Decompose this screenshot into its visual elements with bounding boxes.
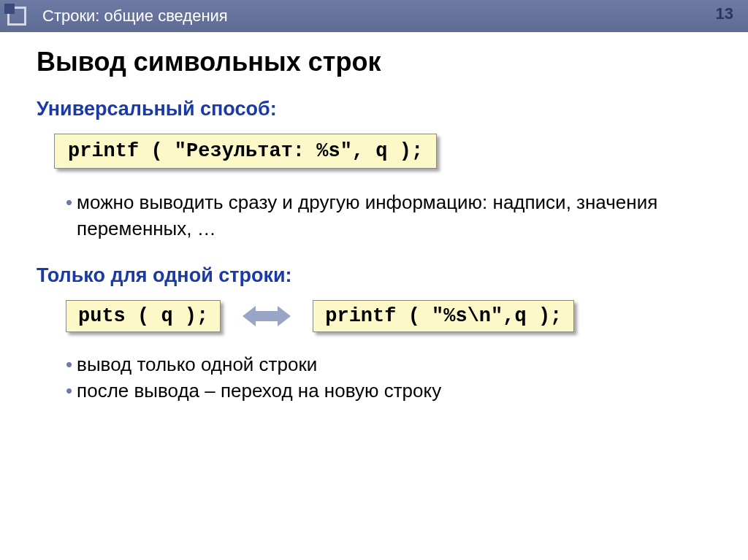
section2-title: Только для одной строки:	[37, 264, 711, 287]
list-item: • после вывода – переход на новую строку	[66, 377, 711, 404]
section1-bullets: • можно выводить сразу и другую информац…	[66, 189, 711, 242]
list-item: • можно выводить сразу и другую информац…	[66, 189, 711, 242]
list-item: • вывод только одной строки	[66, 351, 711, 377]
code-row: puts ( q ); printf ( "%s\n",q );	[66, 300, 711, 332]
bullet-icon: •	[66, 377, 72, 404]
page-number: 13	[716, 4, 733, 23]
slide-content: Вывод символьных строк Универсальный спо…	[0, 32, 748, 441]
breadcrumb: Строки: общие сведения	[42, 7, 228, 26]
page-title: Вывод символьных строк	[37, 47, 711, 77]
bullet-text: после вывода – переход на новую строку	[77, 377, 711, 404]
code-box-puts: puts ( q );	[66, 300, 221, 332]
bullet-icon: •	[66, 351, 72, 377]
bidirectional-arrow-icon	[243, 306, 291, 326]
slide-header: Строки: общие сведения 13	[0, 0, 748, 32]
section1-title: Универсальный способ:	[37, 98, 711, 120]
logo-square-icon	[7, 7, 26, 26]
bullet-icon: •	[66, 189, 72, 242]
logo	[7, 7, 32, 26]
section2-bullets: • вывод только одной строки • после выво…	[66, 351, 711, 404]
code-box-printf-newline: printf ( "%s\n",q );	[313, 300, 574, 332]
bullet-text: вывод только одной строки	[77, 351, 711, 377]
bullet-text: можно выводить сразу и другую информацию…	[77, 189, 711, 242]
logo-dot-icon	[4, 4, 15, 14]
code-box-printf: printf ( "Результат: %s", q );	[54, 134, 437, 169]
